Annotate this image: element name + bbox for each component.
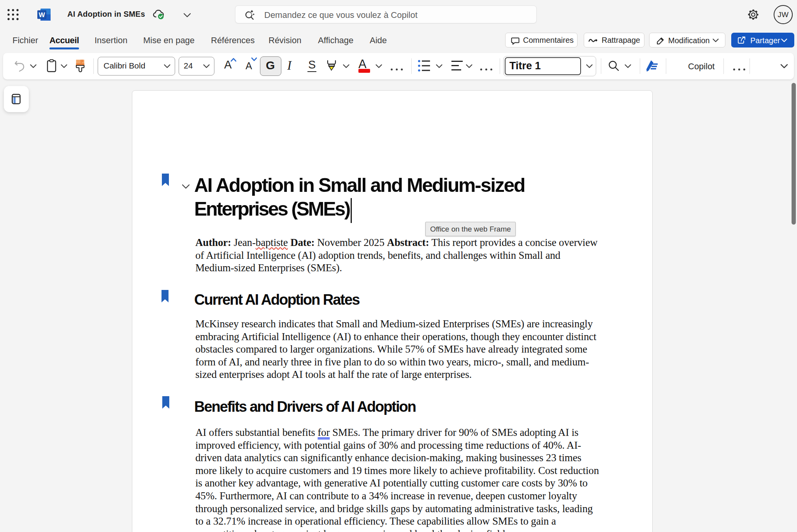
svg-text:W: W xyxy=(39,11,45,19)
